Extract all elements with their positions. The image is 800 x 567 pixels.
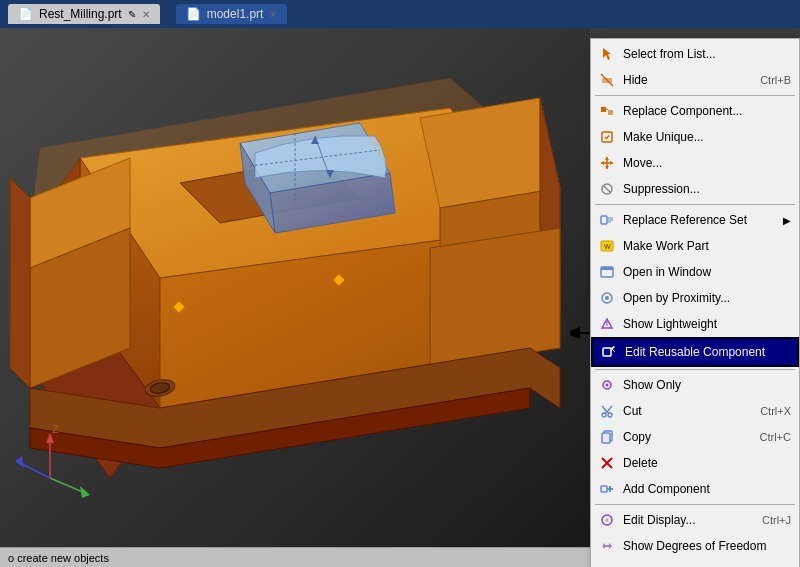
hide-icon xyxy=(597,70,617,90)
tab-icon2: 📄 xyxy=(186,7,201,21)
replace-ref-set-icon xyxy=(597,210,617,230)
copy-shortcut: Ctrl+C xyxy=(760,431,791,443)
show-only-label: Show Only xyxy=(623,378,791,392)
edit-reusable-label: Edit Reusable Component xyxy=(625,345,789,359)
add-component-icon xyxy=(597,479,617,499)
menu-item-show-lightweight[interactable]: Show Lightweight xyxy=(591,311,799,337)
hide-shortcut: Ctrl+B xyxy=(760,74,791,86)
menu-item-copy[interactable]: Copy Ctrl+C xyxy=(591,424,799,450)
menu-item-edit-reusable[interactable]: Edit Reusable Component xyxy=(591,337,799,367)
separator-2 xyxy=(595,204,795,205)
svg-rect-66 xyxy=(602,433,610,443)
model-3d: Z xyxy=(0,28,590,548)
make-work-part-icon: W xyxy=(597,236,617,256)
title-bar: 📄 Rest_Milling.prt ✎ ✕ 📄 model1.prt ✕ xyxy=(0,0,800,28)
svg-line-64 xyxy=(607,412,610,413)
status-text: o create new objects xyxy=(8,552,109,564)
copy-label: Copy xyxy=(623,430,750,444)
menu-item-make-work-part[interactable]: W Make Work Part xyxy=(591,233,799,259)
select-from-list-label: Select from List... xyxy=(623,47,791,61)
copy-icon xyxy=(597,427,617,447)
cut-icon xyxy=(597,401,617,421)
open-window-icon xyxy=(597,262,617,282)
svg-text:Z: Z xyxy=(52,423,59,435)
menu-item-edit-display[interactable]: Edit Display... Ctrl+J xyxy=(591,507,799,533)
svg-rect-69 xyxy=(601,486,607,492)
properties-icon xyxy=(597,562,617,567)
svg-rect-41 xyxy=(608,110,613,115)
show-freedom-label: Show Degrees of Freedom xyxy=(623,539,791,553)
edit-reusable-icon xyxy=(599,342,619,362)
suppression-label: Suppression... xyxy=(623,182,791,196)
svg-marker-44 xyxy=(605,166,609,169)
tab-modified: ✎ xyxy=(128,9,136,20)
tab-model1[interactable]: 📄 model1.prt ✕ xyxy=(176,4,288,24)
viewport: Z Select from List... Hide Ctrl+B xyxy=(0,28,800,567)
menu-item-open-window[interactable]: Open in Window xyxy=(591,259,799,285)
replace-ref-set-arrow: ▶ xyxy=(783,215,791,226)
svg-point-61 xyxy=(602,413,606,417)
menu-item-move[interactable]: Move... xyxy=(591,150,799,176)
context-menu: Select from List... Hide Ctrl+B Replace … xyxy=(590,38,800,567)
menu-item-add-component[interactable]: Add Component xyxy=(591,476,799,502)
edit-display-label: Edit Display... xyxy=(623,513,752,527)
menu-item-cut[interactable]: Cut Ctrl+X xyxy=(591,398,799,424)
menu-item-make-unique[interactable]: Make Unique... xyxy=(591,124,799,150)
tab-icon: 📄 xyxy=(18,7,33,21)
svg-point-60 xyxy=(606,384,609,387)
make-unique-label: Make Unique... xyxy=(623,130,791,144)
open-proximity-label: Open by Proximity... xyxy=(623,291,791,305)
show-lightweight-label: Show Lightweight xyxy=(623,317,791,331)
open-proximity-icon xyxy=(597,288,617,308)
move-label: Move... xyxy=(623,156,791,170)
cursor-icon xyxy=(597,44,617,64)
svg-rect-53 xyxy=(601,267,613,270)
svg-line-63 xyxy=(604,412,607,413)
svg-text:W: W xyxy=(604,243,611,250)
replace-component-label: Replace Component... xyxy=(623,104,791,118)
cut-shortcut: Ctrl+X xyxy=(760,405,791,417)
svg-marker-13 xyxy=(430,228,560,368)
svg-marker-43 xyxy=(605,157,609,160)
menu-item-delete[interactable]: Delete xyxy=(591,450,799,476)
svg-point-55 xyxy=(605,296,609,300)
svg-rect-49 xyxy=(601,216,607,224)
svg-marker-46 xyxy=(610,161,613,165)
replace-component-icon xyxy=(597,101,617,121)
menu-item-show-freedom[interactable]: Show Degrees of Freedom xyxy=(591,533,799,559)
show-lightweight-icon xyxy=(597,314,617,334)
menu-item-hide[interactable]: Hide Ctrl+B xyxy=(591,67,799,93)
menu-item-replace-ref-set[interactable]: Replace Reference Set ▶ xyxy=(591,207,799,233)
tab-rest-milling[interactable]: 📄 Rest_Milling.prt ✎ ✕ xyxy=(8,4,160,24)
tab-label2: model1.prt xyxy=(207,7,264,21)
delete-icon xyxy=(597,453,617,473)
freedom-icon xyxy=(597,536,617,556)
menu-item-show-only[interactable]: Show Only xyxy=(591,372,799,398)
separator-3 xyxy=(595,369,795,370)
menu-item-select-from-list[interactable]: Select from List... xyxy=(591,41,799,67)
tab-label: Rest_Milling.prt xyxy=(39,7,122,21)
tab-close[interactable]: ✕ xyxy=(142,9,150,20)
make-work-part-label: Make Work Part xyxy=(623,239,791,253)
menu-item-suppression[interactable]: Suppression... xyxy=(591,176,799,202)
delete-label: Delete xyxy=(623,456,791,470)
show-only-icon xyxy=(597,375,617,395)
menu-item-open-proximity[interactable]: Open by Proximity... xyxy=(591,285,799,311)
svg-line-48 xyxy=(604,186,610,192)
menu-item-properties[interactable]: Properties xyxy=(591,559,799,567)
suppression-icon xyxy=(597,179,617,199)
make-unique-icon xyxy=(597,127,617,147)
tab-close2[interactable]: ✕ xyxy=(269,9,277,20)
svg-marker-9 xyxy=(10,178,30,388)
add-component-label: Add Component xyxy=(623,482,791,496)
edit-display-shortcut: Ctrl+J xyxy=(762,514,791,526)
cut-label: Cut xyxy=(623,404,750,418)
separator-4 xyxy=(595,504,795,505)
move-icon xyxy=(597,153,617,173)
separator-1 xyxy=(595,95,795,96)
replace-ref-set-label: Replace Reference Set xyxy=(623,213,779,227)
hide-label: Hide xyxy=(623,73,750,87)
svg-point-62 xyxy=(608,413,612,417)
svg-rect-57 xyxy=(603,348,611,356)
menu-item-replace-component[interactable]: Replace Component... xyxy=(591,98,799,124)
